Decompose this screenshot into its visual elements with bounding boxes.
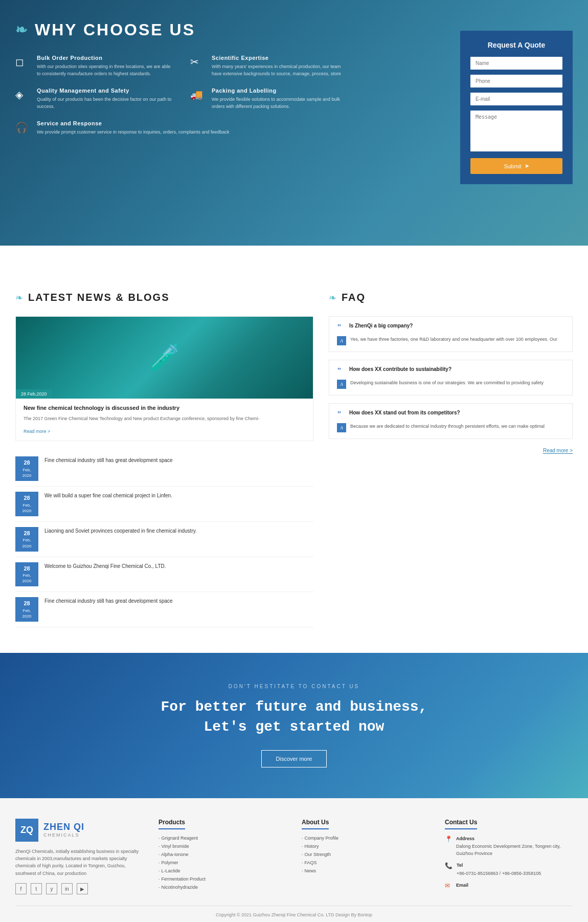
quote-message-input[interactable] <box>470 111 562 151</box>
faq-question-2: " How does XX contribute to sustainabili… <box>337 366 564 376</box>
news-list-item: 28 Feb, 2020 Fine chemical industry stil… <box>15 451 313 487</box>
quote-form-title: Request A Quote <box>470 41 562 49</box>
footer-copyright: Copyright © 2021 Guizhou Zhenqi Fine Che… <box>15 906 573 917</box>
cta-section: DON'T HESTITATE TO CONTACT US For better… <box>0 653 588 798</box>
cta-dont-hesitate: DON'T HESTITATE TO CONTACT US <box>15 684 573 689</box>
brand-name: ZHEN QI CHEMICALS <box>43 822 84 838</box>
product-item-4[interactable]: Polymer <box>159 860 286 865</box>
quote-phone-input[interactable] <box>470 75 562 87</box>
faq-a-text-3: Because we are dedicated to chemical Ind… <box>350 423 545 430</box>
faq-answer-3: A Because we are dedicated to chemical I… <box>337 423 564 432</box>
contact-address: 📍 Address Dalong Economic Development Zo… <box>445 836 573 858</box>
footer-grid: ZQ ZHEN QI CHEMICALS ZhenQi Chemicals, i… <box>15 819 573 895</box>
faq-question-3: " How does XX stand out from its competi… <box>337 410 564 419</box>
footer-about-col: About Us Company Profile History Our Str… <box>302 819 429 895</box>
faq-section-title: FAQ <box>342 292 366 303</box>
why-feature-2: ✂ Scientific Expertise With many years' … <box>190 55 350 77</box>
submit-label: Submit <box>504 163 521 169</box>
about-item-2[interactable]: History <box>302 844 429 849</box>
product-item-3[interactable]: Alpha-Ionone <box>159 852 286 857</box>
faq-quote-icon-2: " <box>337 366 345 376</box>
quote-submit-button[interactable]: Submit ➤ <box>470 158 562 174</box>
quality-icon: ◈ <box>15 89 31 101</box>
news-month-3: Feb, <box>17 537 36 543</box>
about-item-1[interactable]: Company Profile <box>302 836 429 841</box>
faq-a-icon-2: A <box>337 380 346 389</box>
faq-quote-icon-3: " <box>337 410 345 419</box>
news-day-4: 28 <box>17 565 36 573</box>
quote-name-input[interactable] <box>470 57 562 70</box>
faq-a-text-1: Yes, we have three factories, one R&D la… <box>350 336 557 343</box>
quote-email-input[interactable] <box>470 93 562 105</box>
faq-q-text-2: How does XX contribute to sustainability… <box>349 366 451 372</box>
news-year-5: 2020 <box>17 613 36 619</box>
faq-a-icon-3: A <box>337 423 346 432</box>
news-featured-title: New fine chemical technology is discusse… <box>24 405 305 411</box>
contact-title: Contact Us <box>445 819 477 829</box>
service-desc: We provide prompt customer service in re… <box>37 129 230 136</box>
brand-icon: ZQ <box>15 819 38 842</box>
brand-sub-text: CHEMICALS <box>43 832 84 838</box>
address-value: Dalong Economic Development Zone, Tongre… <box>456 844 560 856</box>
product-item-1[interactable]: Grignard Reagent <box>159 836 286 841</box>
footer-brand: ZQ ZHEN QI CHEMICALS ZhenQi Chemicals, i… <box>15 819 143 895</box>
product-item-2[interactable]: Vinyl bromide <box>159 844 286 849</box>
why-feature-3: ◈ Quality Management and Safety Quality … <box>15 87 175 110</box>
news-date-5: 28 Feb, 2020 <box>15 597 38 622</box>
product-item-6[interactable]: Fermentation Product <box>159 876 286 882</box>
facebook-icon[interactable]: f <box>15 883 27 894</box>
why-feature-1: ◻ Bulk Order Production With our product… <box>15 55 175 77</box>
copyright-text: Copyright © 2021 Guizhou Zhenqi Fine Che… <box>216 912 372 917</box>
faq-item-3: " How does XX stand out from its competi… <box>329 403 573 439</box>
news-year-1: 2020 <box>17 473 36 478</box>
tel-value: +86-0731-85156863 / +86-0856-3358105 <box>457 871 541 876</box>
news-section-title: LATEST NEWS & BLOGS <box>28 292 170 303</box>
youtube-icon[interactable]: y <box>46 883 57 894</box>
packing-desc: We provide flexible solutions to accommo… <box>212 96 350 110</box>
faq-item-1: " Is ZhenQi a big company? A Yes, we hav… <box>329 316 573 352</box>
news-month-2: Feb, <box>17 502 36 508</box>
video-icon[interactable]: ▶ <box>77 883 88 894</box>
why-feature-4: 🚚 Packing and Labelling We provide flexi… <box>190 87 350 110</box>
news-list: 28 Feb, 2020 Fine chemical industry stil… <box>15 451 313 627</box>
news-list-item: 28 Feb, 2020 Liaoning and Soviet provinc… <box>15 522 313 557</box>
product-item-7[interactable]: Nicotinohydrazide <box>159 885 286 890</box>
faq-wings-icon: ❧ <box>329 292 336 303</box>
news-date-2: 28 Feb, 2020 <box>15 492 38 516</box>
tel-label: Tel <box>457 862 541 869</box>
news-year-3: 2020 <box>17 543 36 549</box>
news-featured-image: 🧪 28 Feb,2020 <box>16 317 313 399</box>
news-year-4: 2020 <box>17 578 36 584</box>
section-spacer <box>0 246 588 266</box>
phone-icon: 📞 <box>445 862 453 869</box>
lab-image-graphic: 🧪 <box>16 317 313 399</box>
product-item-5[interactable]: L-Lactide <box>159 868 286 873</box>
about-item-4[interactable]: FAQS <box>302 860 429 865</box>
news-featured-read-more[interactable]: Read more > <box>24 429 50 434</box>
faq-section: ❧ FAQ " Is ZhenQi a big company? A Yes, … <box>329 292 573 627</box>
faq-read-more[interactable]: Read more > <box>329 447 573 454</box>
news-featured-card: 🧪 28 Feb,2020 New fine chemical technolo… <box>15 316 313 441</box>
news-month-1: Feb, <box>17 467 36 473</box>
why-content: ❧ WHY CHOOSE US ◻ Bulk Order Production … <box>15 20 350 136</box>
footer: ZQ ZHEN QI CHEMICALS ZhenQi Chemicals, i… <box>0 798 588 922</box>
bulk-order-title: Bulk Order Production <box>37 55 175 61</box>
cta-headline: For better future and business,Let's get… <box>15 697 573 737</box>
faq-answer-1: A Yes, we have three factories, one R&D … <box>337 336 564 345</box>
linkedin-icon[interactable]: in <box>61 883 73 894</box>
send-icon: ➤ <box>525 163 529 169</box>
about-item-5[interactable]: News <box>302 868 429 873</box>
news-faq-section: ❧ LATEST NEWS & BLOGS 🧪 28 Feb,2020 New … <box>0 266 588 653</box>
twitter-icon[interactable]: t <box>31 883 42 894</box>
packing-title: Packing and Labelling <box>212 87 350 94</box>
faq-section-header: ❧ FAQ <box>329 292 573 303</box>
contact-tel: 📞 Tel +86-0731-85156863 / +86-0856-33581… <box>445 862 573 877</box>
discover-more-button[interactable]: Discover more <box>261 750 327 767</box>
about-item-3[interactable]: Our Strength <box>302 852 429 857</box>
products-title: Products <box>159 819 185 829</box>
faq-read-more-link[interactable]: Read more > <box>543 448 573 454</box>
news-featured-body-text: The 2017 Green Fine Chemical New Technol… <box>24 415 305 422</box>
address-label: Address <box>456 836 573 843</box>
why-title: ❧ WHY CHOOSE US <box>15 20 350 39</box>
footer-contact-col: Contact Us 📍 Address Dalong Economic Dev… <box>445 819 573 895</box>
